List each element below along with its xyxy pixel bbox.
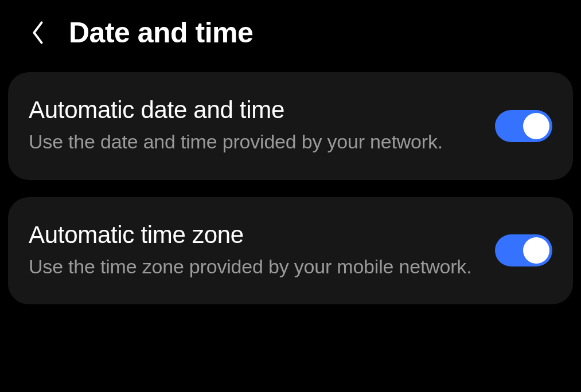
- back-button[interactable]: [28, 22, 48, 43]
- toggle-automatic-time-zone[interactable]: [495, 234, 552, 266]
- setting-automatic-date-time[interactable]: Automatic date and time Use the date and…: [8, 72, 573, 180]
- setting-title: Automatic time zone: [29, 221, 478, 249]
- setting-title: Automatic date and time: [29, 96, 478, 124]
- setting-text-block: Automatic date and time Use the date and…: [29, 96, 495, 156]
- toggle-knob: [523, 237, 549, 264]
- toggle-knob: [523, 113, 549, 139]
- setting-text-block: Automatic time zone Use the time zone pr…: [29, 221, 495, 281]
- back-chevron-icon: [30, 20, 46, 45]
- page-title: Date and time: [69, 16, 253, 49]
- settings-list: Automatic date and time Use the date and…: [0, 72, 581, 304]
- header: Date and time: [0, 0, 581, 72]
- setting-description: Use the time zone provided by your mobil…: [29, 253, 478, 281]
- setting-automatic-time-zone[interactable]: Automatic time zone Use the time zone pr…: [8, 197, 573, 305]
- toggle-automatic-date-time[interactable]: [495, 110, 552, 142]
- setting-description: Use the date and time provided by your n…: [29, 128, 478, 156]
